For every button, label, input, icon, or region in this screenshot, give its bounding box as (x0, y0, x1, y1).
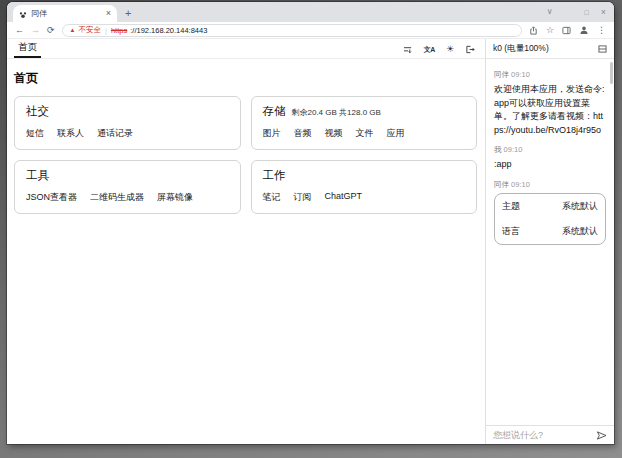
link-json-viewer[interactable]: JSON查看器 (26, 191, 77, 204)
new-tab-button[interactable]: + (125, 5, 131, 22)
back-icon[interactable]: ← (15, 26, 24, 35)
setting-value: 系统默认 (562, 200, 598, 213)
message-text: :app (494, 158, 606, 172)
link-images[interactable]: 图片 (263, 127, 281, 140)
main-panel: 首页 文A ☀ 首页 (7, 39, 485, 444)
toolbar-actions: ☆ ⋮ (529, 25, 606, 35)
message-time: 09:10 (504, 145, 523, 154)
setting-value: 系统默认 (562, 225, 598, 238)
message-time: 09:10 (511, 180, 530, 189)
security-warning-text[interactable]: 不安全 (79, 25, 102, 35)
app-content: 首页 文A ☀ 首页 (7, 39, 614, 444)
url-text: ://192.168.20.144:8443 (130, 26, 207, 35)
card-storage: 存储 剩余20.4 GB 共128.0 GB 图片 音频 视频 文件 应用 (251, 96, 478, 150)
message-meta: 我 09:10 (494, 145, 606, 155)
link-files[interactable]: 文件 (356, 127, 374, 140)
profile-avatar-icon[interactable] (579, 25, 589, 35)
link-apps[interactable]: 应用 (387, 127, 405, 140)
tab-home[interactable]: 首页 (14, 38, 41, 58)
browser-titlebar: 同伴 × + ∨ □ × (7, 2, 614, 22)
device-status: k0 (电量100%) (493, 43, 549, 55)
sort-icon[interactable] (403, 45, 413, 54)
message-sender: 我 (494, 145, 502, 154)
setting-label: 主题 (502, 200, 520, 213)
url-divider: | (105, 26, 107, 35)
window-close-icon[interactable]: × (601, 8, 606, 17)
reload-icon[interactable]: ⟳ (47, 26, 55, 35)
card-title: 工具 (26, 168, 49, 183)
chat-header: k0 (电量100%) (486, 39, 614, 59)
side-panel-icon[interactable] (562, 26, 571, 35)
address-bar[interactable]: ▲ 不安全 | https ://192.168.20.144:8443 (62, 24, 522, 37)
link-audio[interactable]: 音频 (294, 127, 312, 140)
window-maximize-icon[interactable]: □ (585, 9, 589, 16)
tab-title: 同伴 (31, 8, 102, 19)
url-scheme: https (111, 26, 127, 35)
link-call-log[interactable]: 通话记录 (97, 127, 133, 140)
setting-theme[interactable]: 主题 系统默认 (495, 194, 605, 219)
forward-icon[interactable]: → (31, 26, 40, 35)
menu-icon[interactable]: ⋮ (597, 26, 606, 35)
link-notes[interactable]: 笔记 (263, 191, 281, 204)
translate-icon[interactable]: 文A (424, 46, 435, 53)
message-sender: 同伴 (494, 70, 509, 79)
message-input-bar (486, 425, 614, 444)
browser-toolbar: ← → ⟳ ▲ 不安全 | https ://192.168.20.144:84… (7, 22, 614, 39)
card-tools: 工具 JSON查看器 二维码生成器 屏幕镜像 (14, 160, 241, 214)
app-favicon (19, 5, 27, 23)
message-time: 09:10 (511, 70, 530, 79)
card-title: 社交 (26, 104, 49, 119)
settings-menu: 主题 系统默认 语言 系统默认 (494, 193, 606, 245)
card-social: 社交 短信 联系人 通话记录 (14, 96, 241, 150)
window-controls: ∨ □ × (547, 2, 614, 22)
link-screen-mirror[interactable]: 屏幕镜像 (157, 191, 193, 204)
app-actions: 文A ☀ (403, 45, 475, 58)
card-title: 存储 (263, 104, 286, 119)
scrollbar-thumb[interactable] (610, 62, 613, 84)
card-work: 工作 笔记 订阅 ChatGPT (251, 160, 478, 214)
browser-window: 同伴 × + ∨ □ × ← → ⟳ ▲ 不安全 | https ://192.… (7, 2, 614, 444)
link-qrcode-generator[interactable]: 二维码生成器 (90, 191, 144, 204)
window-minimize-icon[interactable]: ∨ (547, 8, 553, 16)
storage-usage: 剩余20.4 GB 共128.0 GB (292, 107, 381, 118)
home-page: 首页 社交 短信 联系人 通话记录 存储 (7, 59, 485, 214)
app-tabbar: 首页 文A ☀ (7, 39, 485, 59)
message-input[interactable] (493, 430, 592, 440)
send-icon[interactable] (596, 426, 607, 444)
link-sms[interactable]: 短信 (26, 127, 44, 140)
page-title: 首页 (14, 70, 477, 87)
security-warning-icon: ▲ (70, 27, 76, 33)
chat-sidebar: k0 (电量100%) 同伴 09:10 欢迎使用本应用，发送命令:app可以获… (485, 39, 614, 444)
message-list[interactable]: 同伴 09:10 欢迎使用本应用，发送命令:app可以获取应用设置菜单。了解更多… (486, 59, 614, 425)
message-text: 欢迎使用本应用，发送命令:app可以获取应用设置菜单。了解更多请看视频：http… (494, 83, 606, 137)
browser-tab[interactable]: 同伴 × (13, 5, 117, 22)
message-meta: 同伴 09:10 (494, 180, 606, 190)
theme-sun-icon[interactable]: ☀ (446, 45, 454, 54)
message-meta: 同伴 09:10 (494, 70, 606, 80)
card-grid: 社交 短信 联系人 通话记录 存储 剩余20.4 GB 共128.0 GB (14, 96, 477, 214)
setting-language[interactable]: 语言 系统默认 (495, 219, 605, 244)
desktop-background: 同伴 × + ∨ □ × ← → ⟳ ▲ 不安全 | https ://192.… (0, 0, 622, 458)
message-sender: 同伴 (494, 180, 509, 189)
tab-close-icon[interactable]: × (106, 9, 111, 18)
logout-icon[interactable] (465, 45, 475, 54)
bookmark-star-icon[interactable]: ☆ (546, 26, 554, 35)
setting-label: 语言 (502, 225, 520, 238)
link-chatgpt[interactable]: ChatGPT (325, 191, 363, 204)
card-title: 工作 (263, 168, 286, 183)
link-video[interactable]: 视频 (325, 127, 343, 140)
share-icon[interactable] (529, 26, 538, 35)
link-contacts[interactable]: 联系人 (57, 127, 84, 140)
collapse-panel-icon[interactable] (598, 45, 607, 53)
link-subscriptions[interactable]: 订阅 (294, 191, 312, 204)
